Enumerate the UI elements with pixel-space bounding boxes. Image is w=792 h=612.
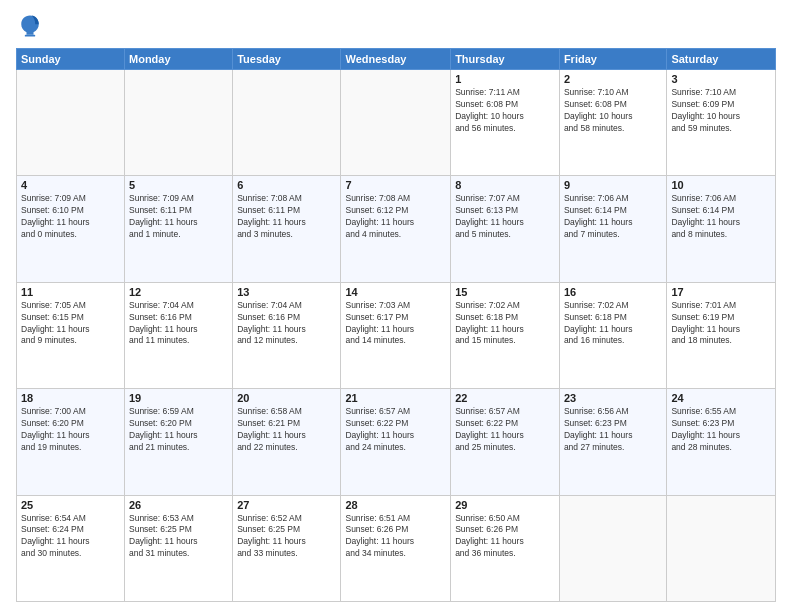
- calendar-cell: 6Sunrise: 7:08 AMSunset: 6:11 PMDaylight…: [233, 176, 341, 282]
- day-number: 5: [129, 179, 228, 191]
- cell-info: Sunrise: 7:09 AMSunset: 6:11 PMDaylight:…: [129, 193, 228, 241]
- cell-info: Sunrise: 7:00 AMSunset: 6:20 PMDaylight:…: [21, 406, 120, 454]
- cell-info: Sunrise: 7:03 AMSunset: 6:17 PMDaylight:…: [345, 300, 446, 348]
- day-number: 2: [564, 73, 662, 85]
- day-number: 16: [564, 286, 662, 298]
- calendar-day-header: Saturday: [667, 49, 776, 70]
- day-number: 19: [129, 392, 228, 404]
- svg-rect-1: [25, 35, 36, 37]
- cell-info: Sunrise: 6:59 AMSunset: 6:20 PMDaylight:…: [129, 406, 228, 454]
- day-number: 8: [455, 179, 555, 191]
- day-number: 20: [237, 392, 336, 404]
- calendar-cell: 21Sunrise: 6:57 AMSunset: 6:22 PMDayligh…: [341, 389, 451, 495]
- calendar-cell: 22Sunrise: 6:57 AMSunset: 6:22 PMDayligh…: [451, 389, 560, 495]
- day-number: 23: [564, 392, 662, 404]
- calendar-cell: 16Sunrise: 7:02 AMSunset: 6:18 PMDayligh…: [559, 282, 666, 388]
- calendar: SundayMondayTuesdayWednesdayThursdayFrid…: [16, 48, 776, 602]
- calendar-cell: 1Sunrise: 7:11 AMSunset: 6:08 PMDaylight…: [451, 70, 560, 176]
- calendar-cell: [559, 495, 666, 601]
- cell-info: Sunrise: 6:55 AMSunset: 6:23 PMDaylight:…: [671, 406, 771, 454]
- day-number: 12: [129, 286, 228, 298]
- calendar-week-row: 4Sunrise: 7:09 AMSunset: 6:10 PMDaylight…: [17, 176, 776, 282]
- calendar-cell: 15Sunrise: 7:02 AMSunset: 6:18 PMDayligh…: [451, 282, 560, 388]
- cell-info: Sunrise: 7:08 AMSunset: 6:12 PMDaylight:…: [345, 193, 446, 241]
- calendar-cell: 13Sunrise: 7:04 AMSunset: 6:16 PMDayligh…: [233, 282, 341, 388]
- calendar-day-header: Thursday: [451, 49, 560, 70]
- day-number: 24: [671, 392, 771, 404]
- cell-info: Sunrise: 7:02 AMSunset: 6:18 PMDaylight:…: [455, 300, 555, 348]
- calendar-cell: 3Sunrise: 7:10 AMSunset: 6:09 PMDaylight…: [667, 70, 776, 176]
- day-number: 1: [455, 73, 555, 85]
- day-number: 17: [671, 286, 771, 298]
- day-number: 4: [21, 179, 120, 191]
- cell-info: Sunrise: 7:09 AMSunset: 6:10 PMDaylight:…: [21, 193, 120, 241]
- day-number: 29: [455, 499, 555, 511]
- calendar-week-row: 1Sunrise: 7:11 AMSunset: 6:08 PMDaylight…: [17, 70, 776, 176]
- day-number: 14: [345, 286, 446, 298]
- day-number: 10: [671, 179, 771, 191]
- day-number: 21: [345, 392, 446, 404]
- calendar-cell: 27Sunrise: 6:52 AMSunset: 6:25 PMDayligh…: [233, 495, 341, 601]
- calendar-day-header: Tuesday: [233, 49, 341, 70]
- calendar-cell: 5Sunrise: 7:09 AMSunset: 6:11 PMDaylight…: [125, 176, 233, 282]
- calendar-week-row: 18Sunrise: 7:00 AMSunset: 6:20 PMDayligh…: [17, 389, 776, 495]
- calendar-cell: [341, 70, 451, 176]
- calendar-week-row: 11Sunrise: 7:05 AMSunset: 6:15 PMDayligh…: [17, 282, 776, 388]
- calendar-cell: 9Sunrise: 7:06 AMSunset: 6:14 PMDaylight…: [559, 176, 666, 282]
- cell-info: Sunrise: 7:08 AMSunset: 6:11 PMDaylight:…: [237, 193, 336, 241]
- page: SundayMondayTuesdayWednesdayThursdayFrid…: [0, 0, 792, 612]
- calendar-cell: 28Sunrise: 6:51 AMSunset: 6:26 PMDayligh…: [341, 495, 451, 601]
- calendar-cell: 18Sunrise: 7:00 AMSunset: 6:20 PMDayligh…: [17, 389, 125, 495]
- calendar-day-header: Friday: [559, 49, 666, 70]
- day-number: 7: [345, 179, 446, 191]
- calendar-cell: 25Sunrise: 6:54 AMSunset: 6:24 PMDayligh…: [17, 495, 125, 601]
- calendar-cell: [125, 70, 233, 176]
- cell-info: Sunrise: 7:10 AMSunset: 6:09 PMDaylight:…: [671, 87, 771, 135]
- cell-info: Sunrise: 6:53 AMSunset: 6:25 PMDaylight:…: [129, 513, 228, 561]
- logo-icon: [16, 12, 44, 40]
- calendar-header-row: SundayMondayTuesdayWednesdayThursdayFrid…: [17, 49, 776, 70]
- cell-info: Sunrise: 7:06 AMSunset: 6:14 PMDaylight:…: [671, 193, 771, 241]
- cell-info: Sunrise: 7:11 AMSunset: 6:08 PMDaylight:…: [455, 87, 555, 135]
- cell-info: Sunrise: 6:56 AMSunset: 6:23 PMDaylight:…: [564, 406, 662, 454]
- calendar-cell: 20Sunrise: 6:58 AMSunset: 6:21 PMDayligh…: [233, 389, 341, 495]
- calendar-cell: 12Sunrise: 7:04 AMSunset: 6:16 PMDayligh…: [125, 282, 233, 388]
- day-number: 6: [237, 179, 336, 191]
- cell-info: Sunrise: 6:54 AMSunset: 6:24 PMDaylight:…: [21, 513, 120, 561]
- logo: [16, 12, 48, 40]
- cell-info: Sunrise: 7:05 AMSunset: 6:15 PMDaylight:…: [21, 300, 120, 348]
- day-number: 22: [455, 392, 555, 404]
- cell-info: Sunrise: 6:57 AMSunset: 6:22 PMDaylight:…: [345, 406, 446, 454]
- calendar-cell: 23Sunrise: 6:56 AMSunset: 6:23 PMDayligh…: [559, 389, 666, 495]
- day-number: 3: [671, 73, 771, 85]
- cell-info: Sunrise: 7:10 AMSunset: 6:08 PMDaylight:…: [564, 87, 662, 135]
- day-number: 15: [455, 286, 555, 298]
- calendar-cell: 2Sunrise: 7:10 AMSunset: 6:08 PMDaylight…: [559, 70, 666, 176]
- header: [16, 12, 776, 40]
- day-number: 27: [237, 499, 336, 511]
- calendar-day-header: Sunday: [17, 49, 125, 70]
- day-number: 11: [21, 286, 120, 298]
- calendar-cell: 26Sunrise: 6:53 AMSunset: 6:25 PMDayligh…: [125, 495, 233, 601]
- calendar-cell: 14Sunrise: 7:03 AMSunset: 6:17 PMDayligh…: [341, 282, 451, 388]
- calendar-cell: [233, 70, 341, 176]
- calendar-cell: 19Sunrise: 6:59 AMSunset: 6:20 PMDayligh…: [125, 389, 233, 495]
- calendar-cell: 29Sunrise: 6:50 AMSunset: 6:26 PMDayligh…: [451, 495, 560, 601]
- day-number: 18: [21, 392, 120, 404]
- calendar-day-header: Wednesday: [341, 49, 451, 70]
- day-number: 25: [21, 499, 120, 511]
- cell-info: Sunrise: 7:07 AMSunset: 6:13 PMDaylight:…: [455, 193, 555, 241]
- cell-info: Sunrise: 6:52 AMSunset: 6:25 PMDaylight:…: [237, 513, 336, 561]
- cell-info: Sunrise: 7:04 AMSunset: 6:16 PMDaylight:…: [129, 300, 228, 348]
- cell-info: Sunrise: 7:01 AMSunset: 6:19 PMDaylight:…: [671, 300, 771, 348]
- calendar-cell: 17Sunrise: 7:01 AMSunset: 6:19 PMDayligh…: [667, 282, 776, 388]
- cell-info: Sunrise: 7:04 AMSunset: 6:16 PMDaylight:…: [237, 300, 336, 348]
- calendar-cell: 10Sunrise: 7:06 AMSunset: 6:14 PMDayligh…: [667, 176, 776, 282]
- calendar-week-row: 25Sunrise: 6:54 AMSunset: 6:24 PMDayligh…: [17, 495, 776, 601]
- calendar-cell: 24Sunrise: 6:55 AMSunset: 6:23 PMDayligh…: [667, 389, 776, 495]
- cell-info: Sunrise: 6:50 AMSunset: 6:26 PMDaylight:…: [455, 513, 555, 561]
- cell-info: Sunrise: 7:06 AMSunset: 6:14 PMDaylight:…: [564, 193, 662, 241]
- cell-info: Sunrise: 6:51 AMSunset: 6:26 PMDaylight:…: [345, 513, 446, 561]
- calendar-cell: 11Sunrise: 7:05 AMSunset: 6:15 PMDayligh…: [17, 282, 125, 388]
- day-number: 26: [129, 499, 228, 511]
